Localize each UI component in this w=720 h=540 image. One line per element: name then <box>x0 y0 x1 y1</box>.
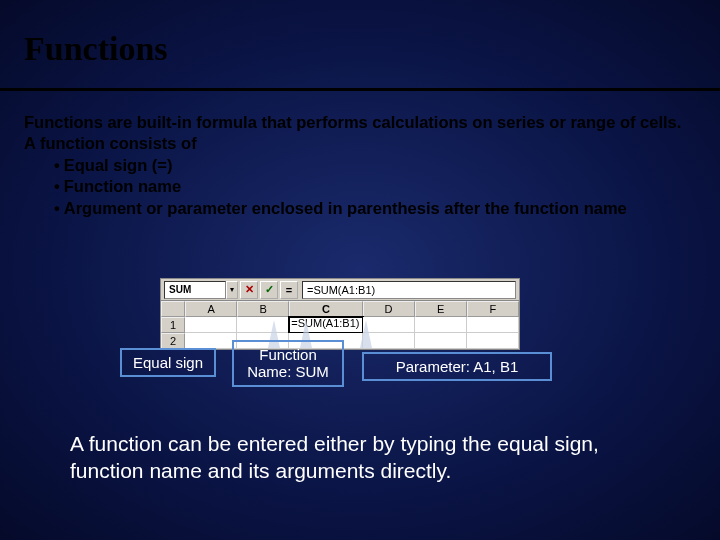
callout-parameter: Parameter: A1, B1 <box>362 352 552 381</box>
row-header[interactable]: 1 <box>161 317 185 333</box>
col-header[interactable]: C <box>289 301 362 317</box>
intro-block: Functions are built-in formula that perf… <box>24 112 696 219</box>
cell[interactable] <box>467 317 519 333</box>
bullet-item: Argument or parameter enclosed in parent… <box>54 198 696 219</box>
col-header[interactable]: A <box>185 301 237 317</box>
col-header[interactable]: F <box>467 301 519 317</box>
cell[interactable] <box>415 333 467 349</box>
arrow-icon <box>360 320 372 348</box>
title-underline <box>0 88 720 91</box>
cancel-button[interactable]: ✕ <box>240 281 258 299</box>
row-header[interactable]: 2 <box>161 333 185 349</box>
cell[interactable] <box>237 317 289 333</box>
equals-button[interactable]: = <box>280 281 298 299</box>
intro-text: Functions are built-in formula that perf… <box>24 112 696 155</box>
bullet-item: Function name <box>54 176 696 197</box>
slide-title: Functions <box>24 30 168 68</box>
formula-input[interactable]: =SUM(A1:B1) <box>302 281 516 299</box>
formula-bar: SUM ▾ ✕ ✓ = =SUM(A1:B1) <box>161 279 519 301</box>
enter-button[interactable]: ✓ <box>260 281 278 299</box>
name-box[interactable]: SUM <box>164 281 226 299</box>
cell[interactable] <box>467 333 519 349</box>
footer-text: A function can be entered either by typi… <box>70 430 670 485</box>
col-header[interactable]: E <box>415 301 467 317</box>
bullet-item: Equal sign (=) <box>54 155 696 176</box>
col-header[interactable]: D <box>363 301 415 317</box>
cell[interactable] <box>185 333 237 349</box>
corner-header <box>161 301 185 317</box>
callout-function-name: Function Name: SUM <box>232 340 344 387</box>
name-box-dropdown-icon[interactable]: ▾ <box>226 281 238 299</box>
cell[interactable] <box>415 317 467 333</box>
callout-equal-sign: Equal sign <box>120 348 216 377</box>
col-header[interactable]: B <box>237 301 289 317</box>
cell[interactable] <box>185 317 237 333</box>
